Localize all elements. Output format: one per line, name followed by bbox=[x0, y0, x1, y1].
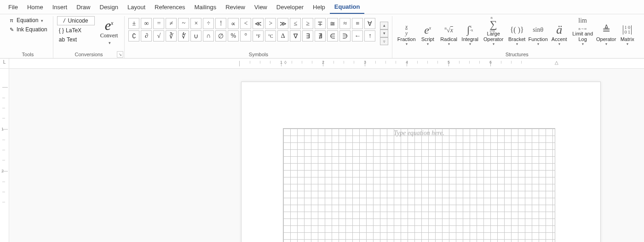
tab-file[interactable]: File bbox=[4, 0, 23, 14]
structure-operator[interactable]: ≜Operator bbox=[596, 24, 616, 46]
symbol-cell[interactable]: ± bbox=[128, 18, 139, 29]
group-tools: π Equation ✎ Ink Equation Tools bbox=[3, 16, 53, 58]
symbol-cell[interactable]: ≥ bbox=[302, 18, 313, 29]
symbol-cell[interactable]: ∂ bbox=[141, 30, 152, 41]
symbol-cell[interactable]: ≫ bbox=[277, 18, 288, 29]
tab-view[interactable]: View bbox=[250, 0, 272, 14]
vertical-ruler[interactable]: 12 bbox=[0, 69, 9, 242]
symbol-cell[interactable]: ∃ bbox=[302, 30, 313, 41]
large-operator-icon: ∑ni=0 bbox=[490, 18, 497, 31]
ink-icon: ✎ bbox=[8, 26, 15, 33]
group-symbols: ±∞=≠~×÷!∝<≪>≫≤≥∓≅≈≡∀∁∂√∛∜∪∩∅%°°F°C∆∇∃∄∈∋… bbox=[125, 16, 392, 58]
equation-input-box[interactable]: Type equation here. bbox=[283, 128, 555, 242]
tab-home[interactable]: Home bbox=[23, 0, 48, 14]
chevron-down-icon bbox=[493, 42, 494, 46]
chevron-down-icon bbox=[558, 42, 560, 46]
symbol-cell[interactable]: > bbox=[265, 18, 276, 29]
structure-label: Radical bbox=[440, 36, 457, 42]
symbol-cell[interactable]: ∇ bbox=[290, 30, 301, 41]
symbol-cell[interactable]: ∅ bbox=[215, 30, 226, 41]
text-option[interactable]: ab Text bbox=[57, 35, 95, 44]
tab-developer[interactable]: Developer bbox=[272, 0, 308, 14]
symbol-cell[interactable]: ∀ bbox=[364, 18, 375, 29]
tab-design[interactable]: Design bbox=[95, 0, 123, 14]
structure-label: Function bbox=[529, 36, 548, 42]
symbol-cell[interactable]: ∩ bbox=[203, 30, 214, 41]
structure-integral[interactable]: ∫x-xIntegral bbox=[460, 24, 480, 46]
symbol-cell[interactable]: ≪ bbox=[253, 18, 264, 29]
structure-label: Limit and Log bbox=[570, 31, 595, 42]
symbol-cell[interactable]: ≤ bbox=[290, 18, 301, 29]
symbol-cell[interactable]: ∞ bbox=[141, 18, 152, 29]
chevron-down-icon bbox=[406, 42, 408, 46]
symbol-cell[interactable]: ! bbox=[215, 18, 226, 29]
tab-insert[interactable]: Insert bbox=[48, 0, 72, 14]
chevron-down-icon bbox=[627, 42, 628, 46]
symbol-cell[interactable]: ↑ bbox=[364, 30, 375, 41]
symbol-cell[interactable]: √ bbox=[153, 30, 164, 41]
symbol-cell[interactable]: ≡ bbox=[352, 18, 363, 29]
symbol-cell[interactable]: ∆ bbox=[277, 30, 288, 41]
tab-mailings[interactable]: Mailings bbox=[190, 0, 221, 14]
right-indent-marker-icon[interactable]: △ bbox=[555, 60, 558, 65]
structure-fraction[interactable]: xyFraction bbox=[397, 24, 417, 46]
tab-draw[interactable]: Draw bbox=[72, 0, 95, 14]
symbol-cell[interactable]: < bbox=[240, 18, 251, 29]
ink-equation-button[interactable]: ✎ Ink Equation bbox=[6, 25, 49, 34]
symbol-cell[interactable]: ∪ bbox=[190, 30, 201, 41]
tab-review[interactable]: Review bbox=[221, 0, 250, 14]
symbol-cell[interactable]: × bbox=[190, 18, 201, 29]
symbol-cell[interactable]: ≅ bbox=[327, 18, 338, 29]
latex-option[interactable]: { } LaTeX bbox=[57, 26, 95, 35]
horizontal-ruler[interactable]: ◊ △ 123456 bbox=[9, 59, 644, 69]
symbol-cell[interactable]: ∁ bbox=[128, 30, 139, 41]
symbol-cell[interactable]: ← bbox=[352, 30, 363, 41]
convert-glyph-icon: ex bbox=[105, 16, 114, 32]
symbol-cell[interactable]: ∓ bbox=[315, 18, 326, 29]
structure-bracket[interactable]: {( )}Bracket bbox=[507, 24, 527, 46]
structure-large-operator[interactable]: ∑ni=0Large Operator bbox=[481, 18, 506, 46]
convert-button[interactable]: ex Convert bbox=[98, 16, 121, 46]
symbol-cell[interactable]: % bbox=[228, 30, 239, 41]
symbols-scroll-up[interactable]: ▴ bbox=[380, 22, 388, 30]
structure-label: Operator bbox=[596, 36, 616, 42]
symbol-cell[interactable]: = bbox=[153, 18, 164, 29]
chevron-down-icon bbox=[40, 17, 43, 24]
symbol-cell[interactable]: ≈ bbox=[339, 18, 351, 29]
symbols-scroll-down[interactable]: ▾ bbox=[380, 30, 388, 37]
symbol-cell[interactable]: ∜ bbox=[178, 30, 189, 41]
structure-limit-and-log[interactable]: limn→∞Limit and Log bbox=[570, 18, 595, 46]
unicode-label: Unicode bbox=[68, 18, 88, 24]
structure-accent[interactable]: äAccent bbox=[549, 24, 569, 46]
document-area[interactable]: Type equation here. bbox=[9, 69, 644, 242]
symbol-cell[interactable]: ~ bbox=[178, 18, 189, 29]
chevron-down-icon bbox=[108, 39, 111, 46]
tab-layout[interactable]: Layout bbox=[123, 0, 150, 14]
symbol-cell[interactable]: °F bbox=[253, 30, 264, 41]
conversions-dialog-launcher[interactable]: ↘ bbox=[117, 51, 123, 58]
unicode-option[interactable]: / Unicode bbox=[57, 16, 95, 25]
equation-label: Equation bbox=[17, 17, 38, 24]
page[interactable]: Type equation here. bbox=[241, 82, 601, 242]
symbols-more[interactable]: ▿ bbox=[380, 37, 388, 45]
symbol-cell[interactable]: ∄ bbox=[315, 30, 326, 41]
tab-help[interactable]: Help bbox=[308, 0, 330, 14]
symbol-cell[interactable]: ≠ bbox=[166, 18, 177, 29]
symbol-cell[interactable]: ÷ bbox=[203, 18, 214, 29]
symbol-cell[interactable]: ∝ bbox=[228, 18, 239, 29]
symbols-scroller: ▴ ▾ ▿ bbox=[378, 20, 388, 47]
operator-icon: ≜ bbox=[602, 24, 610, 36]
structure-radical[interactable]: n√xRadical bbox=[439, 24, 459, 46]
symbol-cell[interactable]: ∈ bbox=[327, 30, 338, 41]
structure-function[interactable]: sinθFunction bbox=[528, 24, 548, 46]
equation-menu[interactable]: π Equation bbox=[6, 16, 49, 24]
tab-references[interactable]: References bbox=[150, 0, 190, 14]
tab-equation[interactable]: Equation bbox=[330, 0, 365, 14]
structure-matrix[interactable]: 1 00 1Matrix bbox=[617, 24, 638, 46]
symbol-cell[interactable]: ∛ bbox=[166, 30, 177, 41]
structure-script[interactable]: exScript bbox=[418, 24, 438, 46]
symbol-cell[interactable]: ° bbox=[240, 30, 251, 41]
symbol-cell[interactable]: °C bbox=[265, 30, 276, 41]
symbol-cell[interactable]: ∋ bbox=[339, 30, 351, 41]
ink-equation-label: Ink Equation bbox=[17, 26, 47, 33]
